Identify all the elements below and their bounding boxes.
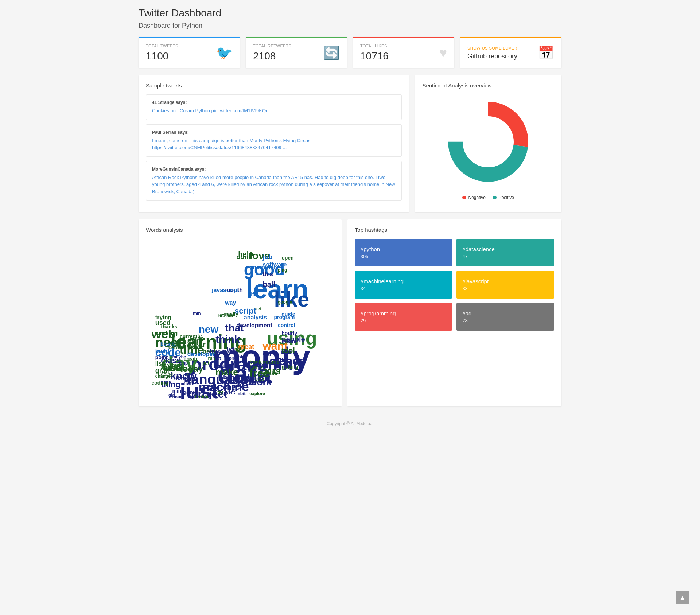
- word-lot: lot: [215, 356, 221, 361]
- word-think: think: [215, 334, 240, 345]
- word-got: got: [234, 346, 241, 351]
- stat-info-github: SHOW US SOME LOVE ! Github repository: [467, 46, 517, 60]
- hashtag-name-machinelearning: #machinelearning: [361, 278, 447, 284]
- hashtag-name-python: #python: [361, 246, 447, 252]
- word-php: php: [180, 361, 188, 366]
- word-try: try: [217, 390, 223, 395]
- footer: Copyright © Ali Abdelaal: [139, 414, 561, 433]
- word-florida: florida: [195, 394, 208, 399]
- word-coding: coding: [152, 380, 168, 386]
- hashtag-javascript: #javascript 33: [456, 271, 554, 299]
- middle-row: Sample tweets 41 Strange says: Cookies a…: [139, 75, 561, 212]
- stat-info-likes: TOTAL LIKES 10716: [360, 44, 389, 62]
- legend-positive: Positive: [493, 195, 514, 200]
- word-there: there: [208, 348, 221, 354]
- word-run: run: [208, 356, 215, 361]
- word-program: program: [274, 314, 295, 320]
- stat-value-likes: 10716: [360, 50, 389, 62]
- page-subtitle: Dashboard for Python: [139, 22, 561, 30]
- stat-card-likes: TOTAL LIKES 10716 ♥: [353, 37, 454, 68]
- stat-value-github: Github repository: [467, 52, 517, 60]
- hashtag-datascience: #datascience 47: [456, 239, 554, 266]
- word-getting: getting: [281, 364, 299, 370]
- word-step: step: [255, 377, 264, 382]
- twitter-icon: 🐦: [216, 45, 233, 61]
- word-life: life: [249, 292, 257, 297]
- sentiment-title: Sentiment Analysis overview: [422, 82, 554, 89]
- bottom-row: Words analysis montylearnlikedatalearnin…: [139, 219, 561, 406]
- word-did: did: [244, 378, 250, 384]
- word-explore: explore: [249, 391, 265, 396]
- page-title: Twitter Dashboard: [139, 7, 561, 19]
- stat-info-retweets: TOTAL RETWEETS 2108: [253, 44, 291, 62]
- word-hard: hard: [183, 380, 194, 386]
- positive-dot: [493, 196, 497, 199]
- word-game: game: [183, 390, 195, 395]
- negative-dot: [462, 196, 466, 199]
- svg-point-2: [464, 118, 512, 166]
- word-mean: mean: [281, 338, 295, 344]
- hashtag-count-datascience: 47: [462, 254, 548, 259]
- word-trying: trying: [155, 314, 171, 321]
- sentiment-panel: Sentiment Analysis overview Negative: [415, 75, 561, 212]
- word-ball: ball: [263, 280, 275, 289]
- donut-chart-container: Negative Positive: [422, 94, 554, 200]
- legend-negative: Negative: [462, 195, 485, 200]
- stat-label-likes: TOTAL LIKES: [360, 44, 389, 48]
- hashtag-python: #python 305: [355, 239, 452, 266]
- stat-card-github[interactable]: SHOW US SOME LOVE ! Github repository 📅: [460, 37, 561, 68]
- word-this: this: [263, 271, 273, 277]
- hashtag-count-python: 305: [361, 254, 447, 259]
- word-open: open: [281, 255, 293, 261]
- word-tool: tool: [281, 346, 295, 355]
- word-cloud-title: Words analysis: [146, 227, 334, 233]
- word-maybe: maybe: [172, 354, 186, 359]
- sample-tweets-title: Sample tweets: [146, 82, 402, 89]
- tweet-card-1: Paul Serran says: I mean, come on - his …: [146, 124, 402, 157]
- tweet-author-0: 41 Strange says:: [152, 100, 396, 105]
- hashtag-count-machinelearning: 34: [361, 286, 447, 291]
- word-analysis: analysis: [244, 314, 267, 321]
- word-build: build: [155, 348, 169, 354]
- hashtags-title: Top hashtags: [355, 227, 554, 233]
- hashtag-name-programming: #programming: [361, 310, 447, 316]
- word-can: can: [225, 348, 234, 354]
- word-bounty: bounty: [161, 342, 175, 347]
- word-min: min: [193, 311, 201, 316]
- sample-tweets-panel: Sample tweets 41 Strange says: Cookies a…: [139, 75, 409, 212]
- stat-info-tweets: TOTAL TWEETS 1100: [146, 44, 178, 62]
- tweet-text-2[interactable]: African Rock Pythons have killed more pe…: [152, 174, 396, 195]
- word-flask: flask: [255, 362, 267, 368]
- word-computer: computer: [249, 264, 276, 271]
- stat-value-tweets: 1100: [146, 50, 178, 62]
- donut-legend: Negative Positive: [462, 195, 514, 200]
- tweet-card-0: 41 Strange says: Cookies and Cream Pytho…: [146, 94, 402, 120]
- retweet-icon: 🔄: [323, 45, 340, 61]
- word-lot: lot: [281, 358, 288, 363]
- word-hourly: hourly: [281, 330, 297, 336]
- word-put: put: [202, 361, 209, 366]
- word-really: really: [225, 311, 238, 317]
- stats-row: TOTAL TWEETS 1100 🐦 TOTAL RETWEETS 2108 …: [139, 37, 561, 68]
- stat-label-github: SHOW US SOME LOVE !: [467, 46, 517, 50]
- word-double: double: [217, 364, 232, 369]
- word-google: google: [278, 300, 292, 305]
- hashtag-count-ad: 28: [462, 318, 548, 323]
- word-hour: hour: [172, 394, 182, 399]
- word-set: set: [255, 306, 261, 311]
- word-snake: snake: [263, 370, 277, 376]
- hashtags-grid: #python 305 #datascience 47 #machinelear…: [355, 239, 554, 331]
- word-done: done: [236, 253, 252, 261]
- hashtag-machinelearning: #machinelearning 34: [355, 271, 452, 299]
- tweet-text-0[interactable]: Cookies and Cream Python pic.twitter.com…: [152, 107, 396, 114]
- word-control: control: [278, 322, 295, 328]
- tweet-text-1[interactable]: I mean, come on - his campaign is better…: [152, 137, 396, 151]
- word-sketch: sketch: [161, 366, 177, 371]
- tweet-author-1: Paul Serran says:: [152, 130, 396, 135]
- stat-label-retweets: TOTAL RETWEETS: [253, 44, 291, 48]
- word-price: price: [229, 356, 239, 361]
- word-ping: ping: [278, 268, 287, 273]
- negative-label: Negative: [468, 195, 485, 200]
- word-job: job: [263, 253, 273, 261]
- calendar-icon: 📅: [538, 45, 554, 61]
